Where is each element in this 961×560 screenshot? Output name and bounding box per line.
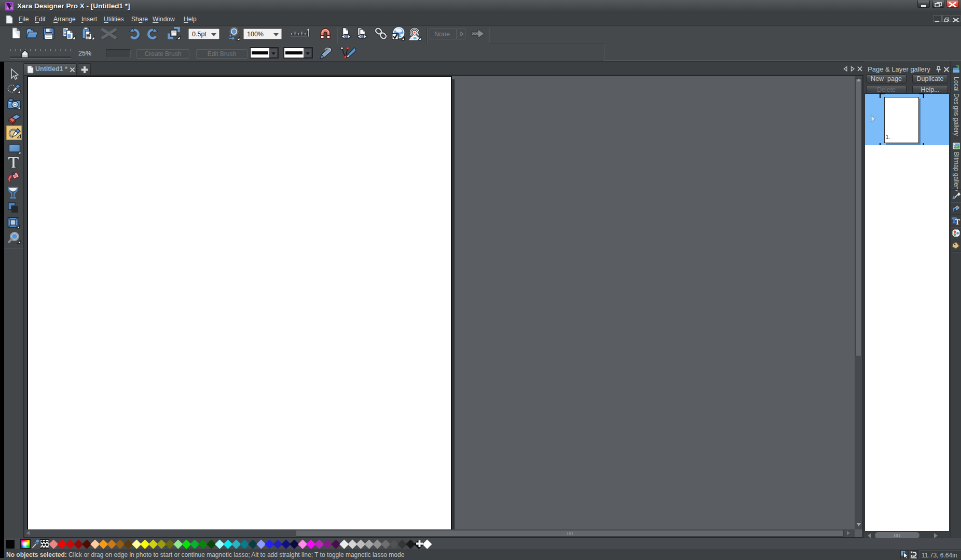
svg-text:T: T	[955, 218, 960, 226]
